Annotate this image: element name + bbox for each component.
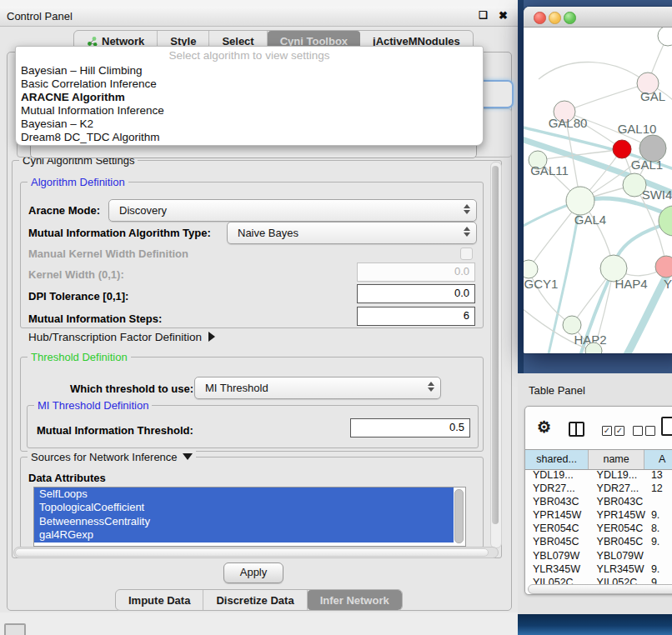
table-row[interactable]: YER054CYER054C8. bbox=[525, 522, 672, 535]
algorithm-option-bayesian-hill-climbing[interactable]: Bayesian – Hill Climbing bbox=[16, 64, 483, 78]
table-cell: 12 bbox=[645, 482, 672, 495]
node-GAL4[interactable] bbox=[566, 187, 594, 215]
algorithm-option-basic-correlation-inference[interactable]: Basic Correlation Inference bbox=[16, 78, 483, 91]
table-row[interactable]: YBR045CYBR045C9. bbox=[525, 535, 672, 548]
table-row[interactable]: YBL079WYBL079W bbox=[525, 549, 672, 562]
apply-button[interactable]: Apply bbox=[223, 562, 283, 583]
network-node[interactable] bbox=[658, 28, 672, 46]
table-row[interactable]: YBR043CYBR043C bbox=[525, 495, 672, 508]
document-icon[interactable] bbox=[661, 417, 672, 436]
column-header-name[interactable]: name bbox=[589, 450, 644, 469]
minimize-window-icon[interactable] bbox=[549, 12, 561, 24]
table-row[interactable]: YDR27...YDR27...12 bbox=[525, 482, 672, 495]
mi-steps-field[interactable]: 6 bbox=[357, 307, 475, 326]
zoom-window-icon[interactable] bbox=[564, 12, 576, 24]
table-cell: 9. bbox=[645, 562, 672, 576]
node-HAP2[interactable] bbox=[563, 316, 581, 334]
group-title: MI Threshold Definition bbox=[34, 399, 152, 412]
gear-icon[interactable]: ⚙ bbox=[537, 418, 551, 437]
select-all-checkbox-icon[interactable]: ✓ bbox=[602, 426, 612, 436]
manual-kernel-checkbox[interactable] bbox=[460, 248, 473, 260]
selected-value: MI Threshold bbox=[205, 382, 268, 394]
table-horizontal-scrollbar[interactable] bbox=[528, 584, 672, 594]
settings-vertical-scrollbar[interactable] bbox=[490, 162, 502, 548]
mi-type-label: Mutual Information Algorithm Type: bbox=[28, 227, 211, 239]
node-label: GAL4 bbox=[574, 212, 606, 227]
table-cell: YDL19... bbox=[589, 468, 645, 482]
minimized-panel-icon[interactable] bbox=[4, 623, 26, 635]
table-cell: YBL079W bbox=[589, 549, 645, 562]
attribute-gal4rgexp[interactable]: gal4RGexp bbox=[34, 528, 454, 542]
column-browser-icon[interactable] bbox=[569, 422, 584, 437]
node-label: Y bbox=[664, 277, 672, 291]
float-panel-icon[interactable]: ❑ bbox=[479, 9, 488, 21]
network-window-titlebar[interactable] bbox=[524, 7, 672, 28]
deselect-checkbox-icon[interactable] bbox=[633, 426, 643, 436]
network-edge[interactable] bbox=[564, 83, 648, 112]
table-panel-window: ⚙ ✓ ✓ shared...nameA YDL19...YDL19...13Y… bbox=[524, 406, 672, 595]
table-cell: YLR345W bbox=[589, 562, 645, 576]
tab-infer-network[interactable]: Infer Network bbox=[308, 590, 402, 610]
cyni-mode-tabs: Impute DataDiscretize DataInfer Network bbox=[115, 589, 403, 611]
table-panel-title: Table Panel bbox=[529, 384, 585, 397]
node-label: GAL1 bbox=[631, 158, 663, 172]
group-title: Algorithm Definition bbox=[28, 176, 128, 188]
desktop-edge-shadow bbox=[518, 0, 524, 373]
select-all-checkbox-icon2[interactable]: ✓ bbox=[614, 426, 624, 436]
tab-impute-data[interactable]: Impute Data bbox=[116, 590, 203, 610]
aracne-mode-select[interactable]: Discovery bbox=[108, 199, 477, 222]
table-cell: 9. bbox=[645, 535, 672, 548]
algorithm-option-aracne-algorithm[interactable]: ARACNE Algorithm bbox=[16, 91, 483, 104]
network-edge[interactable] bbox=[539, 62, 648, 83]
table-cell: YLR345W bbox=[525, 562, 589, 576]
mi-threshold-field[interactable]: 0.5 bbox=[350, 418, 470, 438]
close-panel-icon[interactable]: ✖ bbox=[499, 9, 508, 22]
algorithm-option-bayesian-k2[interactable]: Bayesian – K2 bbox=[16, 118, 483, 131]
table-cell bbox=[645, 549, 672, 562]
table-header-row: shared...nameA bbox=[525, 449, 672, 470]
attribute-selfloops[interactable]: SelfLoops bbox=[34, 488, 454, 501]
manual-kernel-label: Manual Kernel Width Definition bbox=[28, 248, 188, 260]
stepper-icon bbox=[428, 382, 434, 392]
sources-group-title[interactable]: Sources for Network Inference bbox=[28, 451, 196, 463]
algorithm-option-dream8-dc-tdc-algorithm[interactable]: Dream8 DC_TDC Algorithm bbox=[16, 131, 483, 144]
node-GCY1[interactable] bbox=[524, 260, 538, 278]
algorithm-option-mutual-information-inference[interactable]: Mutual Information Inference bbox=[16, 104, 483, 118]
settings-horizontal-scrollbar[interactable] bbox=[13, 547, 499, 558]
data-attributes-list[interactable]: SelfLoopsTopologicalCoefficientBetweenne… bbox=[33, 487, 466, 547]
which-threshold-select[interactable]: MI Threshold bbox=[194, 377, 441, 399]
aracne-mode-label: Aracne Mode: bbox=[28, 204, 100, 217]
kernel-width-field[interactable]: 0.0 bbox=[357, 262, 475, 282]
table-body: YDL19...YDL19...13YDR27...YDR27...12YBR0… bbox=[525, 468, 672, 589]
scrollbar-thumb[interactable] bbox=[492, 166, 499, 524]
network-canvas[interactable]: GALGAL80GAL10GAL11GAL1SWI4GAL4GCY1HAP4YH… bbox=[524, 28, 672, 353]
deselect-checkbox-icon2[interactable] bbox=[645, 426, 655, 436]
close-window-icon[interactable] bbox=[534, 12, 546, 24]
hub-definition-toggle[interactable]: Hub/Transcription Factor Definition bbox=[28, 331, 215, 343]
attributes-list-scrollbar[interactable] bbox=[454, 489, 464, 543]
hub-definition-label: Hub/Transcription Factor Definition bbox=[28, 331, 202, 343]
group-title: Threshold Definition bbox=[28, 351, 131, 363]
table-cell: YBL079W bbox=[525, 549, 589, 562]
application: Control Panel ❑ ✖ NetworkStyleSelectCyni… bbox=[0, 0, 672, 635]
scrollbar-thumb[interactable] bbox=[15, 548, 489, 557]
tab-discretize-data[interactable]: Discretize Data bbox=[203, 590, 307, 610]
network-node[interactable] bbox=[613, 140, 631, 158]
table-row[interactable]: YPR145WYPR145W9. bbox=[525, 508, 672, 522]
algorithm-dropdown: Select algorithm to view settings Bayesi… bbox=[15, 46, 484, 146]
table-cell: YPR145W bbox=[525, 508, 589, 522]
stepper-icon bbox=[464, 227, 470, 237]
table-row[interactable]: YLR345WYLR345W9. bbox=[525, 562, 672, 576]
column-header-a[interactable]: A bbox=[644, 450, 672, 469]
mi-type-select[interactable]: Naive Bayes bbox=[227, 222, 477, 244]
node-Y[interactable] bbox=[655, 256, 672, 278]
attribute-topologicalcoefficient[interactable]: TopologicalCoefficient bbox=[34, 501, 454, 514]
column-header-shared-[interactable]: shared... bbox=[525, 450, 589, 469]
tab-label: Infer Network bbox=[320, 594, 389, 607]
attribute-betweennesscentrality[interactable]: BetweennessCentrality bbox=[34, 515, 454, 528]
network-icon bbox=[87, 36, 98, 47]
dpi-tolerance-field[interactable]: 0.0 bbox=[357, 284, 475, 303]
sources-title-text: Sources for Network Inference bbox=[31, 451, 178, 463]
table-row[interactable]: YDL19...YDL19...13 bbox=[525, 468, 672, 482]
control-panel-titlebar: Control Panel ❑ ✖ bbox=[0, 7, 518, 27]
